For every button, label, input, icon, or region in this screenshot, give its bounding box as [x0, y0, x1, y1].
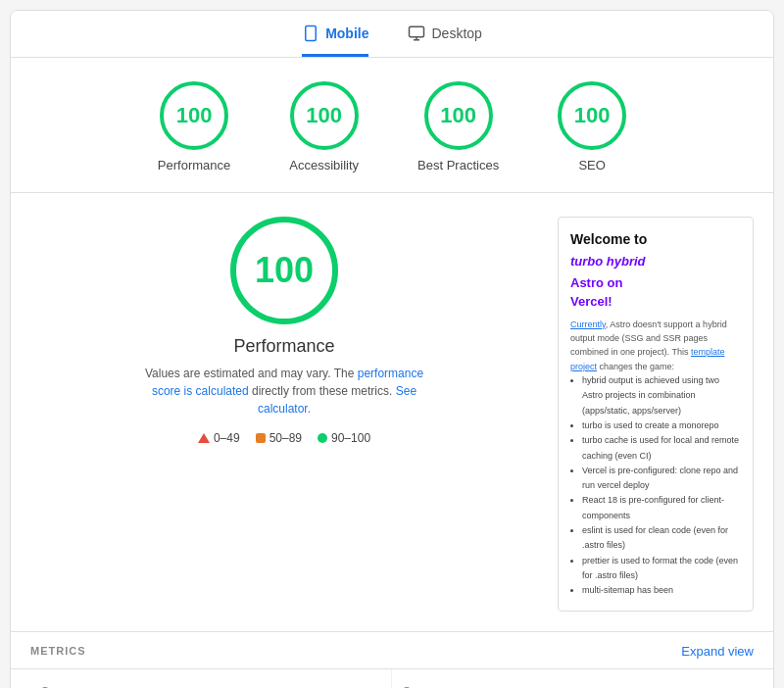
preview-template-link[interactable]: template project: [570, 347, 724, 370]
legend-orange: 50–89: [256, 431, 302, 445]
metric-name-tti: Time to Interactive: [417, 685, 521, 688]
perf-desc-end: directly from these metrics.: [249, 384, 396, 398]
score-seo: 100 SEO: [558, 81, 626, 172]
score-best-practices: 100 Best Practices: [417, 81, 499, 172]
preview-bullet-4: Vercel is pre-configured: clone repo and…: [582, 464, 741, 494]
tab-mobile[interactable]: Mobile: [302, 25, 368, 57]
metric-fcp: First Contentful Paint 0.8 s: [30, 669, 392, 688]
svg-rect-2: [410, 26, 424, 37]
metrics-grid: First Contentful Paint 0.8 s Time to Int…: [11, 669, 773, 688]
desktop-icon: [408, 25, 425, 42]
metrics-title: METRICS: [30, 645, 86, 657]
mobile-tab-label: Mobile: [325, 25, 368, 41]
preview-bullet-1: hybrid output is achieved using two Astr…: [582, 373, 741, 418]
desktop-tab-label: Desktop: [431, 25, 481, 41]
score-label-accessibility: Accessibility: [289, 158, 359, 172]
preview-title: Welcome to: [570, 229, 741, 250]
preview-subtitle: turbo hybrid: [570, 252, 741, 271]
legend-dot-red: [198, 433, 210, 443]
legend-dot-green: [318, 433, 327, 443]
score-circle-seo: 100: [558, 81, 626, 150]
preview-bullet-8: multi-sitemap has been: [582, 583, 741, 598]
preview-body: Currently, Astro doesn't support a hybri…: [570, 318, 741, 374]
preview-card: Welcome to turbo hybrid Astro on Vercel!…: [558, 217, 754, 612]
right-panel: Welcome to turbo hybrid Astro on Vercel!…: [558, 217, 754, 612]
perf-description: Values are estimated and may vary. The p…: [137, 365, 431, 418]
preview-bullet-2: turbo is used to create a monorepo: [582, 418, 741, 433]
preview-currently-link[interactable]: Currently: [570, 319, 606, 329]
score-circle-best-practices: 100: [424, 81, 493, 150]
mobile-icon: [302, 25, 319, 42]
perf-score-circle: 100: [230, 217, 338, 324]
preview-bullet-6: eslint is used for clean code (even for …: [582, 523, 741, 554]
main-content: 100 Performance Values are estimated and…: [11, 193, 773, 632]
metric-tti: Time to Interactive 0.8 s: [392, 669, 754, 688]
score-circle-performance: 100: [160, 81, 228, 150]
score-label-best-practices: Best Practices: [417, 158, 499, 172]
score-label-performance: Performance: [158, 158, 230, 172]
metrics-header: METRICS Expand view: [11, 632, 773, 669]
legend-green: 90–100: [318, 431, 370, 445]
svg-rect-0: [306, 26, 317, 41]
legend-dot-orange: [256, 433, 266, 443]
tab-bar: Mobile Desktop: [11, 11, 773, 58]
preview-bullets: hybrid output is achieved using two Astr…: [570, 373, 741, 598]
score-circle-accessibility: 100: [290, 81, 359, 150]
score-legend: 0–49 50–89 90–100: [198, 431, 370, 445]
tab-desktop[interactable]: Desktop: [408, 25, 481, 57]
score-accessibility: 100 Accessibility: [289, 81, 359, 172]
metric-name-fcp: First Contentful Paint: [56, 685, 174, 688]
scores-row: 100 Performance 100 Accessibility 100 Be…: [11, 58, 773, 193]
legend-red: 0–49: [198, 431, 240, 445]
preview-bullet-7: prettier is used to format the code (eve…: [582, 554, 741, 584]
score-performance: 100 Performance: [158, 81, 230, 172]
score-label-seo: SEO: [578, 158, 605, 172]
preview-bullet-5: React 18 is pre-configured for client-co…: [582, 493, 741, 523]
preview-bullet-3: turbo cache is used for local and remote…: [582, 433, 741, 464]
perf-title: Performance: [233, 336, 334, 357]
expand-view-button[interactable]: Expand view: [681, 644, 754, 659]
preview-line3: Astro on Vercel!: [570, 273, 741, 312]
left-panel: 100 Performance Values are estimated and…: [30, 217, 538, 612]
perf-desc-plain: Values are estimated and may vary. The: [145, 367, 358, 380]
main-container: Mobile Desktop 100 Performance 100 Acces…: [10, 10, 774, 688]
